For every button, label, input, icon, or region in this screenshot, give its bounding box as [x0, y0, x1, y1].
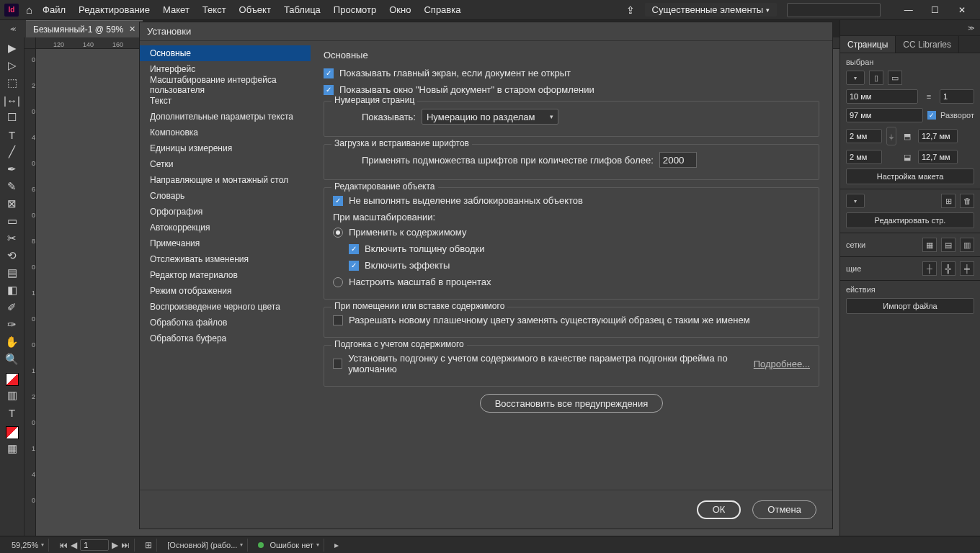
- maximize-button[interactable]: ☐: [925, 5, 945, 15]
- minimize-button[interactable]: —: [899, 5, 919, 15]
- workspace-switcher[interactable]: Существенные элементы ▾: [645, 3, 777, 17]
- nav-notes[interactable]: Примечания: [140, 235, 311, 251]
- scaling-apply-content-radio[interactable]: [333, 228, 343, 238]
- menu-help[interactable]: Справка: [424, 4, 460, 15]
- direct-selection-tool[interactable]: ▷: [2, 58, 22, 73]
- menu-object[interactable]: Объект: [239, 4, 271, 15]
- search-input[interactable]: [787, 3, 881, 17]
- tab-cc-libraries[interactable]: CC Libraries: [896, 36, 959, 53]
- nav-type[interactable]: Текст: [140, 93, 311, 109]
- free-transform-tool[interactable]: ⟲: [2, 248, 22, 264]
- nav-story-editor[interactable]: Редактор материалов: [140, 267, 311, 283]
- font-subset-input[interactable]: [659, 152, 697, 168]
- allow-swatch-replace-checkbox[interactable]: [333, 315, 343, 325]
- control-strip-collapse-icon[interactable]: ≪: [0, 20, 26, 37]
- type-tool[interactable]: T: [2, 127, 22, 143]
- zoom-level-dropdown[interactable]: 59,25%: [7, 539, 49, 552]
- edit-page-button[interactable]: Редактировать стр.: [846, 212, 974, 228]
- width-input[interactable]: [846, 89, 918, 104]
- link-margins-icon[interactable]: ⏚: [886, 127, 896, 145]
- menu-edit[interactable]: Редактирование: [79, 4, 150, 15]
- nav-composition[interactable]: Компоновка: [140, 125, 311, 140]
- page-size-preset-dropdown[interactable]: [846, 71, 865, 85]
- nav-autocorrect[interactable]: Автокоррекция: [140, 220, 311, 235]
- new-page-icon[interactable]: ⊞: [941, 194, 956, 208]
- nav-advanced-type[interactable]: Дополнительные параметры текста: [140, 109, 311, 125]
- scaling-stroke-checkbox[interactable]: [349, 244, 359, 254]
- format-text-icon[interactable]: T: [2, 405, 22, 421]
- home-icon[interactable]: ⌂: [26, 4, 32, 16]
- gap-tool[interactable]: |↔|: [2, 92, 22, 108]
- margin-bottom-input[interactable]: [846, 150, 882, 164]
- line-tool[interactable]: ╱: [2, 144, 22, 160]
- nav-units[interactable]: Единицы измерения: [140, 140, 311, 156]
- grid-icon-3[interactable]: ▥: [960, 238, 974, 252]
- menu-table[interactable]: Таблица: [284, 4, 321, 15]
- ruler-origin-icon[interactable]: [24, 37, 36, 49]
- nav-display-performance[interactable]: Режим отображения: [140, 283, 311, 299]
- guides-icon-3[interactable]: ╪: [960, 261, 974, 276]
- cancel-button[interactable]: Отмена: [752, 500, 816, 519]
- nav-grids[interactable]: Сетки: [140, 156, 311, 172]
- page-numbering-dropdown[interactable]: Нумерацию по разделам: [422, 109, 558, 125]
- show-home-checkbox[interactable]: [324, 68, 334, 78]
- facing-pages-checkbox[interactable]: ✓: [927, 111, 936, 120]
- nav-track-changes[interactable]: Отслеживать изменения: [140, 251, 311, 267]
- hand-tool[interactable]: ✋: [2, 334, 22, 350]
- selection-tool[interactable]: ▶: [2, 40, 22, 56]
- format-container-icon[interactable]: ▥: [2, 387, 22, 403]
- scissors-tool[interactable]: ✂: [2, 230, 22, 246]
- menu-layout[interactable]: Макет: [163, 4, 190, 15]
- content-aware-default-checkbox[interactable]: [333, 359, 342, 369]
- margin-top-input[interactable]: [846, 129, 882, 143]
- gradient-feather-tool[interactable]: ◧: [2, 282, 22, 298]
- guides-icon-1[interactable]: ┼: [922, 261, 937, 276]
- current-page-input[interactable]: [80, 539, 109, 551]
- layout-status-dropdown[interactable]: [Основной] (рабо...: [163, 539, 248, 552]
- margin-left-input[interactable]: [918, 129, 958, 143]
- nav-ui-scaling[interactable]: Масштабирование интерфейса пользователя: [140, 77, 311, 93]
- legacy-new-doc-checkbox[interactable]: [324, 85, 334, 95]
- eyedropper-tool[interactable]: ✑: [2, 317, 22, 333]
- nav-general[interactable]: Основные: [140, 45, 311, 61]
- zoom-tool[interactable]: 🔍: [2, 351, 22, 367]
- columns-input[interactable]: [940, 89, 974, 104]
- nav-guides[interactable]: Направляющие и монтажный стол: [140, 172, 311, 188]
- panel-collapse-icon[interactable]: ≫: [840, 20, 980, 36]
- height-input[interactable]: [846, 108, 923, 122]
- margin-right-input[interactable]: [918, 150, 958, 164]
- document-tab-close-icon[interactable]: ✕: [129, 24, 135, 34]
- nav-black-appearance[interactable]: Воспроизведение черного цвета: [140, 299, 311, 315]
- preflight-status[interactable]: Ошибок нет: [254, 539, 324, 552]
- status-menu-icon[interactable]: ▸: [334, 540, 339, 550]
- next-page-icon[interactable]: ▶: [112, 540, 118, 550]
- no-select-locked-checkbox[interactable]: [333, 196, 343, 206]
- nav-clipboard-handling[interactable]: Обработка буфера: [140, 331, 311, 346]
- layer-comp-icon[interactable]: ⊞: [141, 539, 157, 552]
- orientation-portrait-icon[interactable]: ▯: [869, 71, 883, 85]
- prev-page-icon[interactable]: ◀: [71, 540, 77, 550]
- pencil-tool[interactable]: ✎: [2, 179, 22, 194]
- pen-tool[interactable]: ✒: [2, 161, 22, 177]
- ok-button[interactable]: ОК: [697, 500, 741, 519]
- grid-icon-2[interactable]: ▤: [941, 238, 956, 252]
- grid-icon-1[interactable]: ▦: [922, 238, 937, 252]
- menu-file[interactable]: Файл: [43, 4, 66, 15]
- view-mode-icon[interactable]: ▦: [2, 441, 22, 457]
- nav-spelling[interactable]: Орфография: [140, 204, 311, 220]
- share-icon[interactable]: ⇪: [626, 4, 635, 16]
- delete-page-icon[interactable]: 🗑: [960, 194, 974, 208]
- nav-dictionary[interactable]: Словарь: [140, 188, 311, 204]
- nav-file-handling[interactable]: Обработка файлов: [140, 315, 311, 331]
- menu-view[interactable]: Просмотр: [334, 4, 376, 15]
- scaling-effects-checkbox[interactable]: [349, 261, 359, 271]
- reset-warnings-button[interactable]: Восстановить все предупреждения: [480, 394, 664, 413]
- rectangle-frame-tool[interactable]: ⊠: [2, 196, 22, 212]
- menu-window[interactable]: Окно: [389, 4, 411, 15]
- menu-type[interactable]: Текст: [202, 4, 226, 15]
- last-page-icon[interactable]: ⏭: [121, 540, 130, 550]
- import-file-button[interactable]: Импорт файла: [846, 298, 974, 314]
- content-collector-tool[interactable]: ☐: [2, 109, 22, 125]
- first-page-icon[interactable]: ⏮: [59, 540, 68, 550]
- gradient-swatch-tool[interactable]: ▤: [2, 265, 22, 281]
